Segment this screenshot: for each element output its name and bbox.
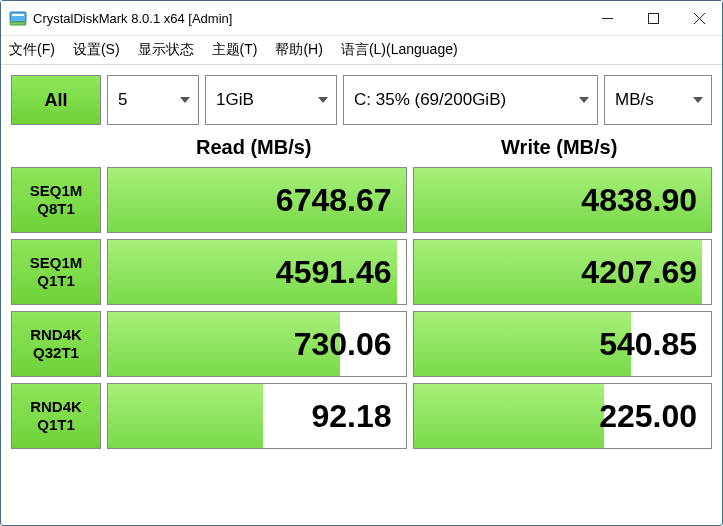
read-cell: 6748.67	[107, 167, 407, 233]
run-all-button[interactable]: All	[11, 75, 101, 125]
chevron-down-icon	[318, 97, 328, 108]
write-bar	[414, 384, 604, 448]
menu-theme[interactable]: 主题(T)	[212, 41, 258, 59]
test-label-2: Q1T1	[37, 416, 75, 434]
write-cell: 4207.69	[413, 239, 713, 305]
write-bar	[414, 312, 631, 376]
test-label-1: SEQ1M	[30, 254, 83, 272]
write-value: 4207.69	[581, 254, 697, 291]
write-value: 4838.90	[581, 182, 697, 219]
chevron-down-icon	[693, 97, 703, 108]
test-label-1: RND4K	[30, 398, 82, 416]
write-cell: 540.85	[413, 311, 713, 377]
close-button[interactable]	[676, 1, 722, 35]
unit-select[interactable]: MB/s	[604, 75, 712, 125]
app-window: CrystalDiskMark 8.0.1 x64 [Admin] 文件(F) …	[0, 0, 723, 526]
chevron-down-icon	[579, 97, 589, 108]
svg-rect-1	[12, 14, 24, 16]
svg-rect-2	[10, 22, 26, 25]
write-cell: 225.00	[413, 383, 713, 449]
column-headers: Read (MB/s) Write (MB/s)	[11, 127, 712, 167]
write-header: Write (MB/s)	[407, 136, 713, 159]
test-label-2: Q32T1	[33, 344, 79, 362]
count-value: 5	[118, 90, 127, 110]
write-value: 225.00	[599, 398, 697, 435]
result-rows: SEQ1MQ8T16748.674838.90SEQ1MQ1T14591.464…	[11, 167, 712, 449]
read-cell: 92.18	[107, 383, 407, 449]
result-row: SEQ1MQ8T16748.674838.90	[11, 167, 712, 233]
count-select[interactable]: 5	[107, 75, 199, 125]
window-buttons	[584, 1, 722, 35]
menu-display[interactable]: 显示状态	[138, 41, 194, 59]
read-value: 730.06	[294, 326, 392, 363]
read-value: 4591.46	[276, 254, 392, 291]
result-row: SEQ1MQ1T14591.464207.69	[11, 239, 712, 305]
drive-value: C: 35% (69/200GiB)	[354, 90, 506, 110]
read-bar	[108, 384, 263, 448]
app-icon	[9, 9, 27, 27]
read-value: 6748.67	[276, 182, 392, 219]
result-row: RND4KQ32T1730.06540.85	[11, 311, 712, 377]
test-button-seq1m-q8t1[interactable]: SEQ1MQ8T1	[11, 167, 101, 233]
title-bar: CrystalDiskMark 8.0.1 x64 [Admin]	[1, 1, 722, 36]
read-cell: 730.06	[107, 311, 407, 377]
controls-row: All 5 1GiB C: 35% (69/200GiB) MB/s	[11, 75, 712, 125]
size-value: 1GiB	[216, 90, 254, 110]
write-value: 540.85	[599, 326, 697, 363]
test-button-rnd4k-q1t1[interactable]: RND4KQ1T1	[11, 383, 101, 449]
read-value: 92.18	[311, 398, 391, 435]
svg-rect-0	[10, 12, 26, 22]
test-button-rnd4k-q32t1[interactable]: RND4KQ32T1	[11, 311, 101, 377]
test-label-2: Q8T1	[37, 200, 75, 218]
window-title: CrystalDiskMark 8.0.1 x64 [Admin]	[33, 11, 584, 26]
menu-file[interactable]: 文件(F)	[9, 41, 55, 59]
maximize-button[interactable]	[630, 1, 676, 35]
drive-select[interactable]: C: 35% (69/200GiB)	[343, 75, 598, 125]
menu-bar: 文件(F) 设置(S) 显示状态 主题(T) 帮助(H) 语言(L)(Langu…	[1, 36, 722, 65]
read-header: Read (MB/s)	[101, 136, 407, 159]
test-label-2: Q1T1	[37, 272, 75, 290]
svg-rect-4	[648, 13, 658, 23]
result-row: RND4KQ1T192.18225.00	[11, 383, 712, 449]
content-area: All 5 1GiB C: 35% (69/200GiB) MB/s Read …	[1, 65, 722, 449]
menu-help[interactable]: 帮助(H)	[275, 41, 322, 59]
menu-settings[interactable]: 设置(S)	[73, 41, 120, 59]
minimize-button[interactable]	[584, 1, 630, 35]
unit-value: MB/s	[615, 90, 654, 110]
test-button-seq1m-q1t1[interactable]: SEQ1MQ1T1	[11, 239, 101, 305]
write-cell: 4838.90	[413, 167, 713, 233]
size-select[interactable]: 1GiB	[205, 75, 337, 125]
test-label-1: RND4K	[30, 326, 82, 344]
menu-language[interactable]: 语言(L)(Language)	[341, 41, 458, 59]
test-label-1: SEQ1M	[30, 182, 83, 200]
read-cell: 4591.46	[107, 239, 407, 305]
chevron-down-icon	[180, 97, 190, 108]
